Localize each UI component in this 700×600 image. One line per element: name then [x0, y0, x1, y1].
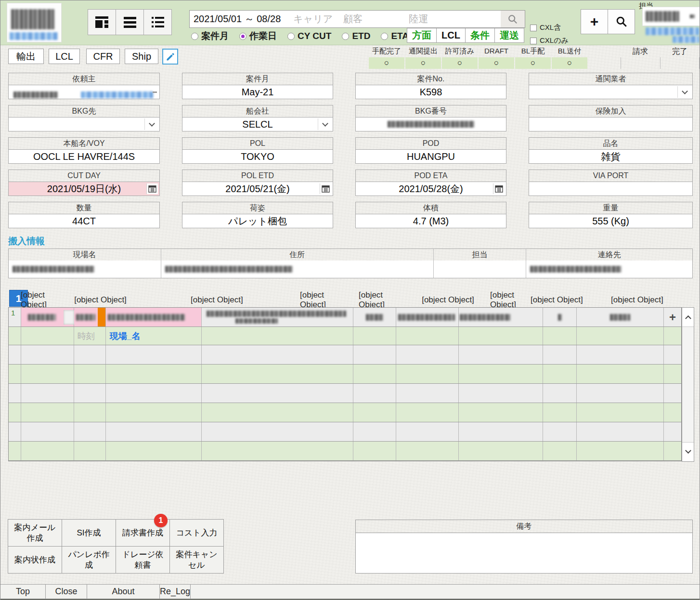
tag-export[interactable]: 輸出	[8, 49, 44, 64]
action-button[interactable]: ドレージ依頼書	[116, 546, 170, 574]
field-input[interactable]	[529, 85, 692, 99]
site-name-cell[interactable]: 現場_名	[106, 345, 202, 364]
table-row[interactable]: 1 時刻 現場_名	[9, 365, 681, 384]
work-date-cell[interactable]	[21, 422, 74, 441]
action-button[interactable]: 案内状作成	[8, 546, 62, 574]
time-cell[interactable]: 時刻	[74, 442, 106, 460]
field-input[interactable]: HUANGPU	[356, 149, 506, 163]
staff-cell[interactable]	[353, 365, 397, 383]
field-input[interactable]	[529, 182, 692, 196]
contact-cell[interactable]	[396, 345, 459, 364]
table-row[interactable]: 1 時刻 現場_名	[9, 442, 681, 461]
date-mode-radio[interactable]: 案件月	[191, 30, 229, 42]
truck-count-cell[interactable]	[543, 345, 577, 364]
site-name-cell[interactable]: 現場_名	[106, 403, 202, 422]
contact-cell[interactable]	[396, 384, 459, 403]
chevron-down-icon[interactable]	[322, 120, 328, 127]
menu-view-button[interactable]	[116, 9, 144, 35]
staff-cell[interactable]	[353, 384, 397, 403]
table-row[interactable]: 1 時刻 現場_名	[9, 327, 681, 345]
field-input[interactable]	[9, 85, 159, 99]
truck-count-cell[interactable]	[543, 442, 577, 460]
footer-nav-item[interactable]: Top	[0, 585, 46, 599]
scroll-down-button[interactable]	[682, 442, 694, 461]
field-input[interactable]	[356, 117, 506, 131]
status-mark-cell[interactable]: ○	[479, 57, 514, 69]
field-input[interactable]	[9, 117, 159, 131]
site-name-cell[interactable]: 現場_名	[106, 442, 202, 460]
table-row[interactable]: 1 時刻 現場_名	[9, 345, 681, 365]
staff-cell[interactable]	[353, 442, 397, 460]
search-case-button[interactable]	[608, 9, 635, 34]
staff-cell[interactable]	[353, 403, 397, 422]
radio-icon[interactable]	[287, 33, 295, 40]
work-date-cell[interactable]	[21, 308, 74, 326]
carry-in-input[interactable]	[526, 261, 692, 278]
time-cell[interactable]: 時刻	[74, 327, 106, 345]
site-address-cell[interactable]	[202, 384, 353, 403]
carry-in-input[interactable]	[161, 261, 433, 278]
time-cell[interactable]: 時刻	[74, 384, 106, 403]
checkbox-icon[interactable]	[530, 38, 537, 44]
contact-cell[interactable]	[396, 422, 459, 441]
time-cell[interactable]: 時刻	[74, 365, 106, 383]
site-address-cell[interactable]	[202, 345, 353, 364]
type-cell[interactable]	[577, 308, 664, 326]
type-cell[interactable]	[577, 403, 664, 422]
work-date-cell[interactable]	[21, 365, 74, 383]
field-input[interactable]: 4.7 (M3)	[356, 214, 506, 228]
vendor-cell[interactable]	[459, 308, 543, 326]
radio-icon[interactable]	[342, 33, 349, 40]
vendor-cell[interactable]	[459, 422, 543, 441]
filter-button[interactable]: 方面	[407, 28, 437, 43]
list-view-button[interactable]	[143, 9, 172, 35]
radio-icon[interactable]	[381, 33, 388, 40]
type-cell[interactable]	[577, 422, 664, 441]
date-mode-radio[interactable]: 作業日	[239, 30, 277, 42]
type-cell[interactable]	[577, 345, 664, 364]
calendar-icon[interactable]	[146, 183, 158, 194]
action-button[interactable]: 請求書作成 1	[116, 519, 170, 547]
vendor-cell[interactable]	[459, 365, 543, 383]
filter-button[interactable]: LCL	[436, 28, 466, 43]
truck-count-cell[interactable]	[543, 384, 577, 403]
action-button[interactable]: コスト入力	[169, 519, 224, 547]
cxl-checkbox[interactable]: CXLのみ	[530, 36, 569, 45]
table-row[interactable]: 1 時刻 現場_名	[9, 308, 681, 327]
type-cell[interactable]	[577, 327, 664, 345]
type-cell[interactable]	[577, 384, 664, 403]
status-mark-cell[interactable]: ○	[405, 57, 441, 69]
scroll-up-button[interactable]	[682, 308, 694, 327]
time-cell[interactable]: 時刻	[74, 308, 106, 326]
carry-in-input[interactable]	[9, 261, 161, 278]
action-button[interactable]: 案件キャンセル	[169, 546, 224, 574]
staff-cell[interactable]	[353, 308, 397, 326]
site-name-link[interactable]: 現場_名	[106, 330, 141, 342]
filter-button[interactable]: 運送	[494, 28, 524, 43]
field-input[interactable]: 2021/05/28(金)	[356, 182, 506, 196]
field-input[interactable]: パレット梱包	[182, 214, 333, 228]
site-name-cell[interactable]: 現場_名	[106, 384, 202, 403]
carry-in-input[interactable]	[434, 261, 526, 278]
calendar-icon[interactable]	[320, 183, 331, 194]
chevron-down-icon[interactable]	[682, 88, 688, 94]
type-cell[interactable]	[577, 365, 664, 383]
contact-cell[interactable]	[396, 403, 459, 422]
status-mark-cell[interactable]: ○	[552, 57, 587, 69]
vendor-cell[interactable]	[459, 345, 543, 364]
filter-button[interactable]: 条件	[465, 28, 495, 43]
site-address-cell[interactable]	[202, 308, 353, 326]
field-input[interactable]: SELCL	[182, 117, 333, 131]
contact-cell[interactable]	[396, 442, 459, 460]
field-input[interactable]: 雑貨	[529, 149, 692, 163]
site-address-cell[interactable]	[202, 442, 353, 460]
field-input[interactable]: 555 (Kg)	[529, 214, 692, 228]
field-input[interactable]: 44CT	[9, 214, 159, 228]
vendor-cell[interactable]	[459, 403, 543, 422]
status-mark-cell[interactable]: ○	[515, 57, 551, 69]
staff-cell[interactable]	[353, 345, 397, 364]
staff-cell[interactable]	[353, 327, 397, 345]
truck-count-cell[interactable]	[543, 327, 577, 345]
site-name-cell[interactable]: 現場_名	[106, 365, 202, 383]
site-address-cell[interactable]	[202, 422, 353, 441]
